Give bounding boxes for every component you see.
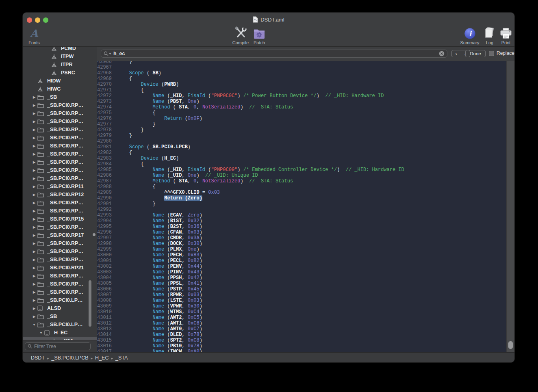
code-line[interactable]: 42980 — [97, 139, 506, 144]
sidebar-item--sb-pci0-rp-[interactable]: ▶_SB.PCI0.RP… — [23, 199, 97, 207]
sidebar-item--sb[interactable]: ▶_SB — [23, 93, 97, 101]
disclosure-collapsed-icon[interactable]: ▶ — [31, 217, 37, 221]
code-line[interactable]: 42974 Method (_STA, 0, NotSerialized) //… — [97, 104, 506, 110]
disclosure-collapsed-icon[interactable]: ▶ — [31, 104, 37, 107]
code-line[interactable]: 43003 Name (PINV, 0x43) — [97, 269, 506, 275]
sidebar-item--sb-pci0-rp-[interactable]: ▶_SB.PCI0.RP… — [23, 272, 97, 280]
sidebar-item-hiwc[interactable]: HIWC — [23, 85, 97, 93]
code-line[interactable]: 42984 { — [97, 161, 506, 167]
code-line[interactable]: 42975 { — [97, 110, 506, 116]
disclosure-collapsed-icon[interactable]: ▶ — [31, 95, 37, 99]
editor-scrollbar-thumb[interactable] — [508, 341, 513, 349]
sidebar-item--sb-pci0-rp-[interactable]: ▶_SB.PCI0.RP… — [23, 109, 97, 117]
split-divider-handle[interactable] — [93, 233, 95, 236]
sidebar-item--sb-pci0-rp-[interactable]: ▶_SB.PCI0.RP… — [23, 101, 97, 109]
code-line[interactable]: 43015 Name (SPT2, 0xC8) — [97, 338, 506, 343]
sidebar-item--sb-pci0-rp-[interactable]: ▶_SB.PCI0.RP… — [23, 150, 97, 158]
filter-tree-input[interactable] — [34, 344, 83, 349]
print-toolbar-button[interactable]: Print — [499, 26, 513, 45]
selected-text[interactable]: Return (Zero) — [164, 195, 202, 201]
code-line[interactable]: 42999 Name (PLMX, One) — [97, 247, 506, 252]
code-line[interactable]: 42970 Device (PWRB) — [97, 82, 506, 87]
code-line[interactable]: 42989 ^^^GFX0.CLID = 0x03 — [97, 190, 506, 195]
titlebar[interactable]: DSDT.aml — [23, 13, 514, 26]
sidebar-item--sb-pci0-rp-[interactable]: ▶_SB.PCI0.RP… — [23, 239, 97, 247]
breadcrumb-item[interactable]: _STA — [115, 355, 128, 361]
log-toolbar-button[interactable]: Log — [483, 26, 497, 45]
disclosure-collapsed-icon[interactable]: ▶ — [31, 136, 37, 140]
code-line[interactable]: 42971 { — [97, 87, 506, 93]
sidebar-item--sb-pci0-rp-[interactable]: ▶_SB.PCI0.RP… — [23, 288, 97, 296]
sidebar-item--sb-pci0-rp15[interactable]: ▶_SB.PCI0.RP15 — [23, 215, 97, 223]
code-line[interactable]: 42991 } — [97, 201, 506, 207]
sidebar-item--sb-pci0-rp-[interactable]: ▶_SB.PCI0.RP… — [23, 247, 97, 256]
sidebar-item-h-ec[interactable]: ▼H_EC — [23, 329, 97, 337]
breadcrumb-item[interactable]: _SB.PCI0.LPCB — [52, 355, 89, 361]
code-line[interactable]: 42986 Name (_UID, One) // _UID: Unique I… — [97, 173, 506, 178]
sidebar-item--sb-pci0-rp-[interactable]: ▶_SB.PCI0.RP… — [23, 223, 97, 231]
code-line[interactable]: 43011 Name (AWT2, 0xC5) — [97, 315, 506, 321]
sidebar-item--sb-pci0-rp12[interactable]: ▶_SB.PCI0.RP12 — [23, 191, 97, 199]
code-line[interactable]: 42979 } — [97, 133, 506, 139]
editor-scrollbar-track[interactable] — [506, 61, 514, 352]
disclosure-expanded-icon[interactable]: ▼ — [31, 323, 37, 327]
disclosure-collapsed-icon[interactable]: ▶ — [31, 160, 37, 164]
disclosure-collapsed-icon[interactable]: ▶ — [31, 307, 37, 310]
sidebar-item-alsd[interactable]: ▶ALSD — [23, 304, 97, 312]
code-line[interactable]: 42968 Scope (_SB) — [97, 70, 506, 76]
code-line[interactable]: 43001 Name (PECL, 0x82) — [97, 258, 506, 264]
disclosure-collapsed-icon[interactable]: ▶ — [31, 266, 37, 270]
code-line[interactable]: 42972 Name (_HID, EisaId ("PNP0C0C") /* … — [97, 93, 506, 99]
filter-tree-field[interactable] — [25, 342, 91, 350]
find-previous-button[interactable]: ‹ — [452, 50, 461, 57]
disclosure-collapsed-icon[interactable]: ▶ — [31, 120, 37, 123]
code-line[interactable]: 42995 Name (B2ST, 0x36) — [97, 224, 506, 230]
sidebar-item--sb-pci0-lp-[interactable]: ▼_SB.PCI0.LP… — [23, 321, 97, 329]
code-line[interactable]: 42977 } — [97, 121, 506, 127]
disclosure-collapsed-icon[interactable]: ▶ — [31, 225, 37, 229]
disclosure-collapsed-icon[interactable]: ▶ — [31, 128, 37, 132]
sidebar-item--sb-pci0-rp-[interactable]: ▶_SB.PCI0.RP… — [23, 158, 97, 166]
breadcrumb-item[interactable]: DSDT — [31, 355, 45, 361]
code-line[interactable]: 42992 — [97, 207, 506, 212]
disclosure-collapsed-icon[interactable]: ▶ — [31, 258, 37, 262]
code-line[interactable]: 42982 { — [97, 150, 506, 156]
disclosure-collapsed-icon[interactable]: ▶ — [31, 290, 37, 294]
code-line[interactable]: 43016 Name (PB10, 0x78) — [97, 343, 506, 349]
summary-toolbar-button[interactable]: i Summary — [459, 26, 481, 45]
disclosure-collapsed-icon[interactable]: ▶ — [31, 185, 37, 188]
disclosure-collapsed-icon[interactable]: ▶ — [31, 193, 37, 197]
code-line[interactable]: 43004 Name (PPSH, 0x42) — [97, 275, 506, 281]
sidebar-item--sb-pci0-rp-[interactable]: ▶_SB.PCI0.RP… — [23, 280, 97, 288]
fonts-toolbar-button[interactable]: A Fonts — [26, 26, 42, 45]
replace-checkbox[interactable] — [489, 51, 494, 56]
code-line[interactable]: 42994 Name (B1ST, 0x32) — [97, 218, 506, 224]
sidebar-item--sb-pci0-rp-[interactable]: ▶_SB.PCI0.RP… — [23, 174, 97, 182]
sidebar-item--sb-pci0-rp21[interactable]: ▶_SB.PCI0.RP21 — [23, 264, 97, 272]
code-line[interactable]: 43000 Name (PECH, 0x83) — [97, 252, 506, 258]
sidebar-item-itpr[interactable]: ITPR — [23, 61, 97, 69]
code-line[interactable]: 42978 } — [97, 127, 506, 133]
disclosure-collapsed-icon[interactable]: ▶ — [31, 250, 37, 253]
code-line[interactable]: 42969 { — [97, 76, 506, 82]
sidebar-item--sb-pci0-rp-[interactable]: ▶_SB.PCI0.RP… — [23, 142, 97, 150]
sidebar-item--sb-pci0-rp-[interactable]: ▶_SB.PCI0.RP… — [23, 134, 97, 142]
clear-search-icon[interactable] — [439, 51, 445, 56]
code-line[interactable]: 42998 Name (DOCK, 0x30) — [97, 241, 506, 247]
disclosure-collapsed-icon[interactable]: ▶ — [31, 112, 37, 115]
code-line[interactable]: 42988 { — [97, 184, 506, 190]
sidebar-item-itpw[interactable]: ITPW — [23, 52, 97, 61]
compile-toolbar-button[interactable]: Compile — [231, 26, 250, 45]
code-line[interactable]: 42990 Return (Zero) — [97, 195, 506, 201]
code-line[interactable]: 42967 — [97, 65, 506, 70]
code-line[interactable]: 43010 Name (WTMS, 0xC4) — [97, 309, 506, 315]
code-line[interactable]: 43013 Name (AWT0, 0xC7) — [97, 326, 506, 332]
sidebar-item-psrc[interactable]: PSRC — [23, 69, 97, 77]
code-line[interactable]: 42981 Scope (_SB.PCI0.LPCB) — [97, 144, 506, 150]
disclosure-collapsed-icon[interactable]: ▶ — [31, 315, 37, 318]
sidebar-item--sb[interactable]: ▶_SB — [23, 312, 97, 321]
patch-toolbar-button[interactable]: Patch — [250, 26, 268, 45]
sidebar-item--sb-pci0-lp-[interactable]: ▶_SB.PCI0.LP… — [23, 296, 97, 304]
code-line[interactable]: 42997 Name (CMDR, 0x3A) — [97, 235, 506, 241]
disclosure-collapsed-icon[interactable]: ▶ — [31, 169, 37, 172]
